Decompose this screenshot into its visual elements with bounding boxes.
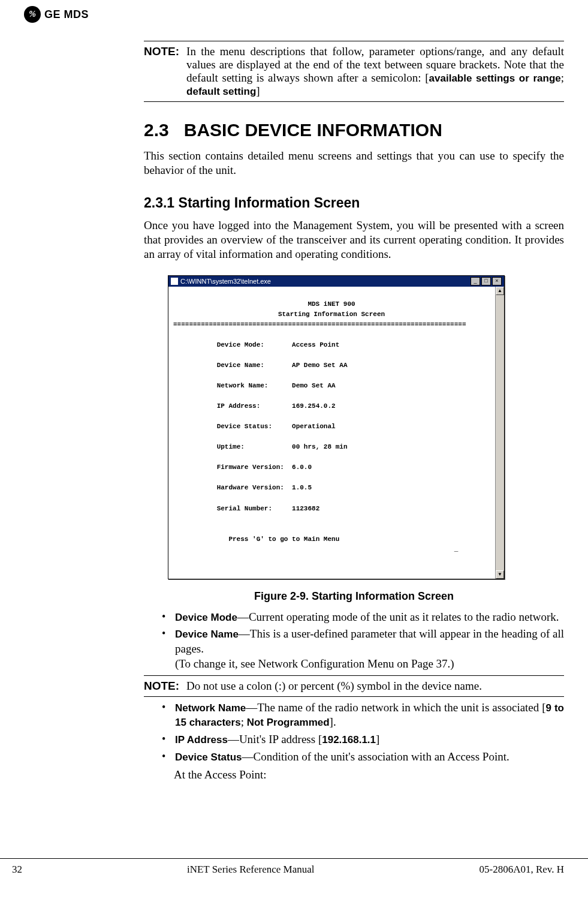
note-block-1: NOTE: In the menu descriptions that foll… bbox=[144, 41, 564, 102]
term-r1-v: AP Demo Set AA bbox=[292, 362, 347, 369]
footer-page: 32 bbox=[12, 864, 22, 876]
subsection-title: 2.3.1 Starting Information Screen bbox=[144, 195, 564, 211]
device-name-label: Device Name bbox=[175, 629, 239, 640]
maximize-icon[interactable]: □ bbox=[481, 277, 491, 285]
term-r4-l: Device Status: bbox=[217, 423, 272, 430]
footer-center: iNET Series Reference Manual bbox=[187, 864, 315, 876]
note-label: NOTE: bbox=[144, 45, 179, 58]
scroll-up-icon[interactable]: ▲ bbox=[496, 287, 504, 295]
param-network-name: Network Name—The name of the radio netwo… bbox=[162, 700, 564, 730]
device-mode-desc: —Current operating mode of the unit as i… bbox=[237, 611, 559, 623]
scroll-down-icon[interactable]: ▼ bbox=[496, 570, 504, 579]
status-desc: —Condition of the unit's association wit… bbox=[242, 750, 509, 763]
terminal-window: C:\WINNT\system32\telnet.exe _ □ × ▲ ▼ M… bbox=[168, 275, 505, 579]
note1-bold2: default setting bbox=[186, 86, 256, 97]
network-name-d1: —The name of the radio network in which … bbox=[246, 701, 545, 714]
param-ip-address: IP Address—Unit's IP address [192.168.1.… bbox=[162, 732, 564, 747]
term-r5-v: 00 hrs, 28 min bbox=[292, 443, 347, 450]
param-device-mode: Device Mode—Current operating mode of th… bbox=[162, 610, 564, 625]
ip-d1: —Unit's IP address [ bbox=[228, 733, 322, 745]
term-r2-v: Demo Set AA bbox=[292, 382, 336, 389]
terminal-titlebar: C:\WINNT\system32\telnet.exe _ □ × bbox=[168, 276, 504, 287]
term-r4-v: Operational bbox=[292, 423, 336, 430]
note1-sep: ; bbox=[561, 71, 564, 84]
term-rule: ========================================… bbox=[173, 321, 466, 328]
note1-bold1: available settings or range bbox=[429, 73, 561, 84]
device-name-desc2: (To change it, see Network Configuration… bbox=[175, 657, 454, 670]
term-hint: Press 'G' to go to Main Menu bbox=[228, 536, 339, 543]
network-name-sep: ; bbox=[241, 715, 247, 728]
subsection-intro: Once you have logged into the Management… bbox=[144, 218, 564, 262]
term-r7-l: Hardware Version: bbox=[217, 484, 284, 491]
term-r1-l: Device Name: bbox=[217, 362, 264, 369]
term-r0-l: Device Mode: bbox=[217, 341, 264, 348]
status-label: Device Status bbox=[175, 751, 242, 763]
minimize-icon[interactable]: _ bbox=[471, 277, 480, 285]
term-r8-v: 1123682 bbox=[292, 505, 319, 512]
note2-label: NOTE: bbox=[144, 679, 179, 692]
network-name-d2: ]. bbox=[330, 715, 336, 728]
term-r7-v: 1.0.5 bbox=[292, 484, 312, 491]
section-number: 2.3 bbox=[144, 120, 169, 140]
window-controls: _ □ × bbox=[471, 277, 502, 285]
ip-d2: ] bbox=[376, 733, 379, 745]
header-logo: % GE MDS bbox=[24, 6, 564, 23]
note-block-2: NOTE: Do not use a colon (:) or percent … bbox=[144, 675, 564, 697]
close-icon[interactable]: × bbox=[492, 277, 502, 285]
term-r3-v: 169.254.0.2 bbox=[292, 402, 336, 410]
scrollbar[interactable]: ▲ ▼ bbox=[495, 287, 504, 579]
figure-caption: Figure 2-9. Starting Information Screen bbox=[144, 590, 564, 603]
footer-right: 05-2806A01, Rev. H bbox=[479, 864, 564, 876]
section-intro: This section contains detailed menu scre… bbox=[144, 149, 564, 178]
param-device-status: Device Status—Condition of the unit's as… bbox=[162, 750, 564, 765]
term-r2-l: Network Name: bbox=[217, 382, 269, 389]
note-text: In the menu descriptions that follow, pa… bbox=[186, 45, 564, 98]
term-r3-l: IP Address: bbox=[217, 402, 261, 410]
param-list-1: Device Mode—Current operating mode of th… bbox=[162, 610, 564, 672]
term-r6-l: Firmware Version: bbox=[217, 464, 284, 471]
device-mode-label: Device Mode bbox=[175, 612, 237, 623]
note1-text2: ] bbox=[256, 85, 260, 97]
note2-text: Do not use a colon (:) or percent (%) sy… bbox=[186, 679, 564, 693]
param-list-2: Network Name—The name of the radio netwo… bbox=[162, 700, 564, 765]
terminal-text: MDS iNET 900Starting Information Screen=… bbox=[173, 289, 490, 555]
term-r0-v: Access Point bbox=[292, 341, 339, 348]
page-footer: 32 iNET Series Reference Manual 05-2806A… bbox=[0, 858, 588, 876]
network-name-b2: Not Programmed bbox=[247, 717, 330, 728]
terminal-app-icon bbox=[171, 278, 178, 285]
ip-label: IP Address bbox=[175, 734, 228, 745]
param-device-name: Device Name—This is a user-defined param… bbox=[162, 627, 564, 671]
ge-monogram-icon: % bbox=[24, 6, 41, 23]
figure-wrap: C:\WINNT\system32\telnet.exe _ □ × ▲ ▼ M… bbox=[168, 275, 564, 579]
section-title: 2.3 BASIC DEVICE INFORMATION bbox=[144, 120, 564, 140]
main-content: NOTE: In the menu descriptions that foll… bbox=[144, 41, 564, 783]
network-name-label: Network Name bbox=[175, 702, 246, 714]
term-h1: MDS iNET 900 bbox=[307, 300, 355, 308]
term-r8-l: Serial Number: bbox=[217, 505, 272, 512]
term-r5-l: Uptime: bbox=[217, 443, 245, 450]
terminal-body: ▲ ▼ MDS iNET 900Starting Information Scr… bbox=[168, 287, 504, 579]
ip-b: 192.168.1.1 bbox=[322, 734, 376, 745]
terminal-title: C:\WINNT\system32\telnet.exe bbox=[180, 278, 271, 285]
brand-text: GE MDS bbox=[44, 8, 89, 21]
sub-para: At the Access Point: bbox=[174, 768, 564, 783]
term-h2: Starting Information Screen bbox=[278, 311, 385, 318]
section-heading: BASIC DEVICE INFORMATION bbox=[184, 120, 442, 140]
term-r6-v: 6.0.0 bbox=[292, 464, 312, 471]
